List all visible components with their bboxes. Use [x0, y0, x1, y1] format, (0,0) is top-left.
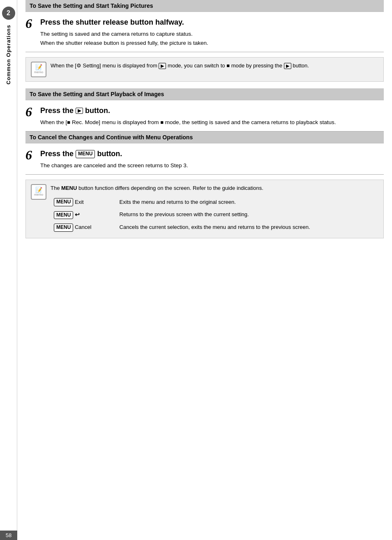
table-row: MENU Cancel Cancels the current selectio…: [51, 221, 378, 233]
sidebar: 2 Common Operations 58: [0, 0, 17, 540]
playback-icon-3: ▶: [76, 108, 83, 114]
wrench-icon-1: ⚙: [76, 62, 81, 69]
step-content-3: Press the MENU button. The changes are c…: [40, 149, 384, 170]
step-content-2: Press the ▶ button. When the [■ Rec. Mod…: [40, 106, 384, 127]
step-block-playback: 6 Press the ▶ button. When the [■ Rec. M…: [25, 100, 384, 132]
camera-icon-3: ■: [160, 118, 164, 127]
menu-key-back: MENU: [54, 211, 73, 219]
table-cell-desc-2: Returns to the previous screen with the …: [116, 208, 378, 221]
step-desc-2: When the [■ Rec. Mode] menu is displayed…: [40, 118, 384, 127]
step-title-1: Press the shutter release button halfway…: [40, 18, 384, 27]
chapter-number: 2: [2, 7, 15, 20]
memo-label-2: memo: [34, 193, 43, 197]
exit-label: Exit: [75, 199, 84, 205]
memo-img-2: 📝: [35, 187, 42, 193]
step-title-3: Press the MENU button.: [40, 149, 384, 159]
section-header-playback: To Save the Setting and Start Playback o…: [25, 88, 384, 100]
table-cell-desc-1: Exits the menu and returns to the origin…: [116, 196, 378, 208]
main-content: To Save the Setting and Start Taking Pic…: [17, 0, 392, 540]
step-title-2: Press the ▶ button.: [40, 106, 384, 115]
camera-icon-2: ■: [67, 118, 70, 127]
menu-key-cancel: MENU: [54, 224, 73, 232]
page-wrapper: 2 Common Operations 58 To Save the Setti…: [0, 0, 392, 540]
step-desc-1: The setting is saved and the camera retu…: [40, 30, 384, 47]
memo-icon-1: 📝 memo: [31, 62, 46, 77]
memo-text-1: When the [⚙ Setting] menu is displayed f…: [51, 62, 378, 70]
memo-text-2: The MENU button function differs dependi…: [51, 184, 378, 234]
cancel-label: Cancel: [75, 224, 91, 230]
memo-icon-2: 📝 memo: [31, 184, 46, 200]
back-arrow-icon: ↩: [75, 211, 80, 218]
step-block-cancel: 6 Press the MENU button. The changes are…: [25, 143, 384, 175]
camera-icon-1: ■: [226, 62, 230, 70]
step-block-pictures: 6 Press the shutter release button halfw…: [25, 12, 384, 52]
memo-label-1: memo: [34, 71, 43, 74]
step-desc-3: The changes are canceled and the screen …: [40, 161, 384, 170]
step-number-1: 6: [25, 17, 40, 30]
table-cell-key-3: MENU Cancel: [51, 221, 116, 233]
chapter-title: Common Operations: [5, 25, 12, 85]
memo-img-1: 📝: [35, 64, 42, 70]
step-number-3: 6: [25, 148, 40, 162]
step-content-1: Press the shutter release button halfway…: [40, 18, 384, 48]
menu-key-exit: MENU: [54, 198, 73, 206]
playback-icon-1: ▶: [159, 63, 166, 69]
table-cell-desc-3: Cancels the current selection, exits the…: [116, 221, 378, 233]
table-row: MENU Exit Exits the menu and returns to …: [51, 196, 378, 208]
section-header-cancel: To Cancel the Changes and Continue with …: [25, 132, 384, 143]
step-number-2: 6: [25, 105, 40, 118]
page-number: 58: [0, 531, 17, 540]
playback-icon-2: ▶: [284, 63, 291, 69]
section-header-pictures: To Save the Setting and Start Taking Pic…: [25, 0, 384, 12]
table-cell-key-1: MENU Exit: [51, 196, 116, 208]
table-row: MENU ↩ Returns to the previous screen wi…: [51, 208, 378, 221]
menu-table: MENU Exit Exits the menu and returns to …: [51, 196, 378, 234]
memo-box-2: 📝 memo The MENU button function differs …: [25, 180, 384, 238]
menu-key-title: MENU: [76, 150, 95, 158]
table-cell-key-2: MENU ↩: [51, 208, 116, 221]
memo-box-1: 📝 memo When the [⚙ Setting] menu is disp…: [25, 57, 384, 82]
menu-key-bold: MENU: [61, 185, 77, 191]
